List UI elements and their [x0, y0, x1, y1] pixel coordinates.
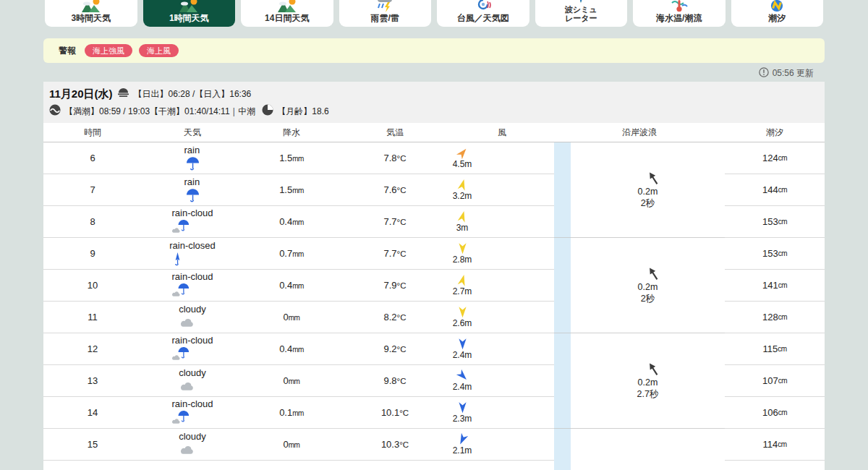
- weather-icon-cell: rain-cloud: [171, 398, 213, 427]
- wind-cell: 2.7m: [493, 274, 512, 296]
- wind-cell: 2.8m: [493, 242, 512, 265]
- column-header: 気温: [340, 127, 450, 139]
- sunrise-sunset-icon: [117, 87, 129, 101]
- tab-label: 波シミュ レーター: [565, 6, 597, 23]
- precip-cell: 1.5mm: [279, 153, 304, 163]
- warning-badge[interactable]: 海上風: [139, 44, 179, 57]
- wave-period: 2秒: [641, 294, 655, 305]
- wind-cell: 4.5m: [493, 147, 512, 169]
- tide-wave-icon: [49, 104, 61, 119]
- weather-icon-cell: cloudy: [179, 367, 206, 395]
- table-row: 6 rain 1.5mm 7.8°C 4.5m: [43, 142, 554, 174]
- precip-cell: 0mm: [284, 375, 300, 386]
- wave-direction-arrow: [642, 358, 663, 380]
- tide-cell: 124cm: [725, 142, 825, 174]
- wave-group-cell: 0.2m 2秒: [571, 238, 725, 333]
- forecast-tab-bar: 3時間天気 1時間天気 14日間天気 雨雲/雷 台風／天気図 波シミュ レーター…: [45, 0, 823, 27]
- wave-direction-arrow: [642, 465, 663, 470]
- hour-cell: 15: [88, 439, 98, 450]
- temp-cell: 7.7°C: [384, 248, 407, 259]
- wind-direction-arrow: [456, 242, 469, 255]
- wind-direction-arrow: [455, 209, 470, 224]
- hourly-rows: 6 rain 1.5mm 7.8°C 4.5m 7 rain 1.5mm 7.6…: [43, 142, 554, 470]
- forecast-tab[interactable]: 1時間天気: [143, 0, 236, 27]
- precip-cell: 0.7mm: [279, 248, 304, 259]
- wind-direction-arrow: [456, 306, 469, 318]
- wind-speed: 2.3m: [453, 414, 472, 424]
- table-header-row: 時間天気降水気温風沿岸波浪潮汐: [43, 123, 825, 142]
- tide-times-text: 【満潮】08:59 / 19:03【干潮】01:40/14:11｜中潮: [64, 106, 255, 118]
- precip-cell: 0.4mm: [279, 343, 304, 354]
- wind-cell: 2.3m: [493, 401, 512, 424]
- hour-cell: 13: [88, 375, 98, 386]
- temp-cell: 9.2°C: [384, 343, 407, 354]
- tide-cell: 144cm: [725, 174, 825, 206]
- wave-direction-arrow: [642, 262, 663, 284]
- hour-cell: 14: [88, 407, 98, 418]
- wind-cell: 2.4m: [493, 338, 512, 360]
- warning-badge[interactable]: 海上強風: [85, 44, 132, 57]
- weather-icon-cell: rain-cloud: [171, 271, 213, 299]
- weather-icon-cell: rain-cloud: [171, 335, 213, 363]
- table-row: 15 cloudy 0mm 10.3°C 2.1m: [43, 429, 554, 461]
- weather-icon-cell: rain-cloud: [171, 208, 213, 236]
- column-header: 天気: [142, 127, 243, 139]
- wind-speed: 2.6m: [453, 318, 472, 328]
- tab-label: 1時間天気: [169, 14, 209, 23]
- date-label: 11月20日(水): [49, 87, 113, 101]
- wave-height: 0.2m: [638, 282, 658, 294]
- wave-height: 0.2m: [638, 187, 658, 198]
- wave-period: 2秒: [641, 198, 655, 210]
- forecast-tab[interactable]: 雨雲/雷: [339, 0, 432, 27]
- tab-label: 潮汐: [768, 14, 786, 23]
- wind-cell: 2.4m: [493, 369, 512, 392]
- weather-icon-cell: rain-closed: [169, 240, 216, 268]
- precip-cell: 0.1mm: [279, 407, 304, 418]
- wind-speed: 3.2m: [453, 191, 472, 201]
- table-row: [43, 461, 554, 470]
- moon-age-icon: [262, 104, 273, 119]
- tab-label: 3時間天気: [71, 14, 111, 23]
- wave-section-divider: [554, 142, 571, 470]
- hour-cell: 12: [88, 343, 98, 354]
- wind-cell: 2.6m: [493, 306, 512, 328]
- hour-cell: 11: [88, 312, 98, 322]
- forecast-tab[interactable]: 潮汐: [731, 0, 824, 27]
- table-row: 9 rain-closed 0.7mm 7.7°C 2.8m: [43, 238, 554, 270]
- column-header: 沿岸波浪: [554, 127, 725, 139]
- hour-cell: 8: [90, 216, 95, 227]
- tab-label: 台風／天気図: [457, 14, 509, 23]
- tide-cell: [725, 461, 825, 470]
- table-row: 10 rain-cloud 0.4mm 7.9°C 2.7m: [43, 270, 554, 302]
- hour-cell: 10: [88, 280, 98, 291]
- wind-speed: 3m: [456, 223, 469, 233]
- wind-direction-arrow: [456, 338, 469, 350]
- table-row: 7 rain 1.5mm 7.6°C 3.2m: [43, 174, 554, 206]
- forecast-tab[interactable]: 海水温/潮流: [633, 0, 726, 27]
- temp-cell: 9.8°C: [384, 375, 407, 386]
- wind-cell: 3m: [496, 210, 509, 233]
- table-body: 6 rain 1.5mm 7.8°C 4.5m 7 rain 1.5mm 7.6…: [43, 142, 825, 470]
- temp-cell: 7.7°C: [384, 216, 407, 227]
- sunrise-sunset-text: 【日出】06:28 /【日入】16:36: [134, 88, 252, 101]
- forecast-tab[interactable]: 波シミュ レーター: [535, 0, 628, 27]
- table-row: 12 rain-cloud 0.4mm 9.2°C 2.4m: [43, 333, 554, 365]
- weather-forecast-page: 3時間天気 1時間天気 14日間天気 雨雲/雷 台風／天気図 波シミュ レーター…: [0, 0, 868, 470]
- tide-cell: 128cm: [725, 302, 825, 333]
- info-icon[interactable]: [759, 67, 769, 80]
- forecast-tab[interactable]: 台風／天気図: [437, 0, 529, 27]
- forecast-tab[interactable]: 3時間天気: [45, 0, 137, 27]
- weather-icon-cell: rain: [184, 176, 201, 204]
- temp-cell: 7.8°C: [384, 153, 407, 163]
- tab-label: 海水温/潮流: [656, 14, 702, 23]
- table-row: 14 rain-cloud 0.1mm 10.1°C 2.3m: [43, 397, 554, 429]
- tide-column: 124cm 144cm 153cm 153cm 141cm 128cm 115c…: [725, 142, 825, 470]
- coastal-wave-column: 0.2m 2秒 0.2m 2秒 0.2m 2.7秒: [571, 142, 725, 470]
- forecast-tab[interactable]: 14日間天気: [241, 0, 333, 27]
- wind-cell: 2.1m: [493, 433, 512, 456]
- wind-cell: 3.2m: [493, 179, 512, 201]
- moon-age-text: 【月齢】18.6: [277, 106, 328, 118]
- wind-direction-arrow: [456, 401, 469, 414]
- table-row: 8 rain-cloud 0.4mm 7.7°C 3m: [43, 206, 554, 238]
- wind-direction-arrow: [455, 177, 470, 192]
